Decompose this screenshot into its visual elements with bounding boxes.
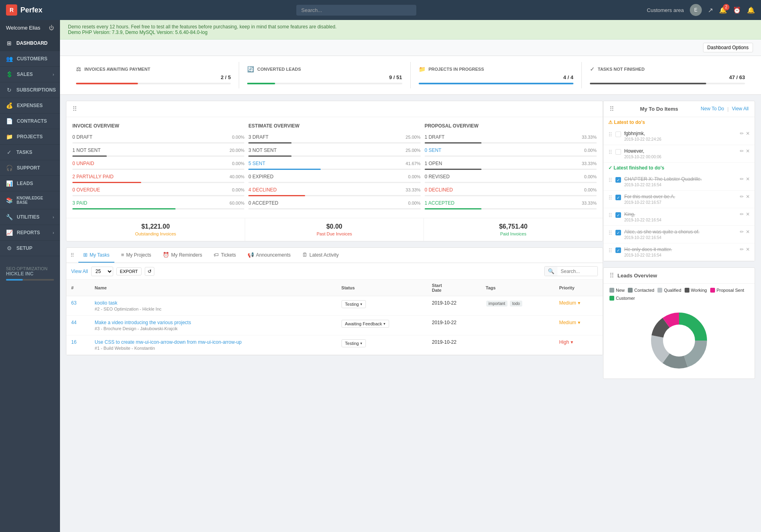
sidebar-item-sales[interactable]: 💲 SALES › — [0, 67, 60, 82]
status-badge[interactable]: Testing ▾ — [342, 339, 366, 347]
search-input[interactable] — [296, 5, 416, 16]
status-badge[interactable]: Testing ▾ — [342, 300, 366, 308]
view-all-link[interactable]: View All — [71, 269, 88, 274]
todo-item-drag[interactable]: ⠿ — [608, 132, 612, 138]
tab-my-tasks[interactable]: ⊞ My Tasks — [78, 248, 114, 263]
tasks-panel: ⠿ ⊞ My Tasks ≡ My Projects ⏰ My Reminder… — [66, 247, 603, 355]
tasks-icon: ✓ — [6, 149, 12, 155]
edit-todo-icon[interactable]: ✏ — [740, 131, 744, 136]
priority-badge[interactable]: High ▾ — [559, 339, 573, 345]
tasks-search-input[interactable] — [557, 267, 597, 276]
export-button[interactable]: EXPORT — [116, 267, 142, 275]
ov-item: 0 ACCEPTED 0.00% — [248, 199, 420, 207]
sidebar-item-support[interactable]: 🎧 SUPPORT — [0, 160, 60, 176]
delete-todo-icon[interactable]: ✕ — [746, 211, 750, 217]
sidebar-item-reports[interactable]: 📈 REPORTS › — [0, 225, 60, 241]
clock-icon[interactable]: ⏰ — [733, 6, 741, 14]
sidebar-item-customers[interactable]: 👥 CUSTOMERS — [0, 51, 60, 67]
todo-checkbox[interactable] — [615, 149, 621, 155]
todo-actions: New To Do | View All — [701, 106, 749, 112]
sidebar-item-label: CUSTOMERS — [17, 56, 47, 62]
sidebar-item-tasks[interactable]: ✓ TASKS — [0, 145, 60, 160]
share-icon[interactable]: ↗ — [708, 6, 713, 14]
delete-todo-icon[interactable]: ✕ — [746, 148, 750, 154]
todo-item-drag[interactable]: ⠿ — [608, 195, 612, 201]
delete-todo-icon[interactable]: ✕ — [746, 229, 750, 235]
delete-todo-icon[interactable]: ✕ — [746, 247, 750, 252]
tasks-drag-handle[interactable]: ⠿ — [70, 252, 74, 258]
col-num: # — [66, 280, 90, 296]
edit-todo-icon[interactable]: ✏ — [740, 194, 744, 199]
edit-todo-icon[interactable]: ✏ — [740, 176, 744, 182]
todo-checkbox[interactable]: ✓ — [615, 212, 621, 218]
edit-todo-icon[interactable]: ✏ — [740, 229, 744, 235]
sidebar-item-knowledge[interactable]: 📚 KNOWLEDGE BASE — [0, 191, 60, 209]
edit-todo-icon[interactable]: ✏ — [740, 148, 744, 154]
edit-todo-icon[interactable]: ✏ — [740, 247, 744, 252]
todo-drag-handle[interactable]: ⠿ — [609, 105, 614, 113]
sidebar-item-subscriptions[interactable]: ↻ SUBSCRIPTIONS — [0, 82, 60, 98]
sidebar-logout-icon[interactable]: ⏻ — [49, 25, 54, 31]
sidebar-item-leads[interactable]: 📊 LEADS — [0, 176, 60, 191]
sidebar-item-label: REPORTS — [17, 230, 40, 235]
edit-todo-icon[interactable]: ✏ — [740, 211, 744, 217]
app-logo[interactable]: R Perfex — [6, 4, 66, 16]
status-text: Testing — [345, 341, 359, 346]
view-all-todo-link[interactable]: View All — [732, 106, 749, 112]
alert-icon[interactable]: 🔔 — [747, 6, 755, 14]
tab-announcements-label: Announcements — [256, 252, 291, 258]
todo-item-drag[interactable]: ⠿ — [608, 247, 612, 254]
todo-item-drag[interactable]: ⠿ — [608, 149, 612, 155]
todo-checkbox[interactable]: ✓ — [615, 177, 621, 183]
leads-drag-handle[interactable]: ⠿ — [609, 272, 614, 279]
delete-todo-icon[interactable]: ✕ — [746, 194, 750, 199]
todo-checkbox[interactable]: ✓ — [615, 247, 621, 253]
left-column: ⠿ INVOICE OVERVIEW 0 DRAFT 0.00% 1 NOT S… — [66, 101, 603, 355]
sidebar-item-contracts[interactable]: 📄 CONTRACTS — [0, 114, 60, 129]
todo-item-actions: ✏ ✕ — [740, 229, 750, 235]
ov-item: 3 DRAFT 25.00% — [248, 133, 420, 141]
tab-latest-activity[interactable]: 🗓 Latest Activity — [298, 248, 344, 263]
todo-item-drag[interactable]: ⠿ — [608, 177, 612, 183]
ov-bar — [248, 169, 420, 170]
proposal-overview: PROPOSAL OVERVIEW 1 DRAFT 33.33% 0 SENT … — [425, 123, 597, 212]
todo-item-drag[interactable]: ⠿ — [608, 230, 612, 236]
tab-my-projects-label: My Projects — [126, 252, 151, 258]
status-badge[interactable]: Awaiting Feedback ▾ — [342, 320, 389, 328]
overview-drag-handle[interactable]: ⠿ — [72, 105, 77, 113]
legend-customer-dot — [609, 296, 614, 301]
todo-checkbox[interactable]: ✓ — [615, 195, 621, 200]
priority-badge[interactable]: Medium ▾ — [559, 320, 580, 325]
priority-badge[interactable]: Medium ▾ — [559, 300, 580, 306]
todo-content: King, 2019-10-22 02:16:54 — [624, 211, 737, 222]
todo-checkbox[interactable]: ✓ — [615, 230, 621, 235]
dashboard-options-button[interactable]: Dashboard Options — [703, 43, 753, 52]
tab-tickets[interactable]: 🏷 Tickets — [209, 248, 241, 263]
task-name-link[interactable]: Use CSS to create mw-ui-icon-arrow-down … — [95, 339, 242, 345]
per-page-select[interactable]: 25 50 100 — [91, 267, 113, 276]
leads-legend: New Contacted Qualified Working — [603, 284, 755, 305]
invoice-overview: INVOICE OVERVIEW 0 DRAFT 0.00% 1 NOT SEN… — [72, 123, 244, 212]
sidebar-item-setup[interactable]: ⚙ SETUP — [0, 241, 60, 256]
tab-my-projects[interactable]: ≡ My Projects — [116, 248, 156, 263]
tab-announcements[interactable]: 📢 Announcements — [243, 248, 296, 263]
seo-section: SEO OPTIMIZATION — [6, 266, 54, 271]
customers-area-link[interactable]: Customers area — [647, 7, 684, 13]
stat-invoices-value: 2 / 5 — [76, 74, 231, 80]
projects-icon: 📁 — [6, 133, 13, 140]
refresh-button[interactable]: ↺ — [145, 267, 154, 276]
avatar[interactable]: E — [690, 4, 702, 16]
tab-my-reminders[interactable]: ⏰ My Reminders — [158, 248, 207, 263]
delete-todo-icon[interactable]: ✕ — [746, 176, 750, 182]
notifications-icon[interactable]: 🔔 2 — [719, 6, 727, 14]
sidebar-item-expenses[interactable]: 💰 EXPENSES — [0, 98, 60, 114]
task-name-link[interactable]: Make a video introducing the various pro… — [95, 320, 191, 325]
new-todo-link[interactable]: New To Do — [701, 106, 724, 112]
sidebar-item-dashboard[interactable]: ⊞ DASHBOARD — [0, 36, 60, 51]
sidebar-item-utilities[interactable]: 🔧 UTILITIES › — [0, 209, 60, 225]
delete-todo-icon[interactable]: ✕ — [746, 131, 750, 136]
todo-checkbox[interactable] — [615, 132, 621, 137]
todo-item-drag[interactable]: ⠿ — [608, 212, 612, 219]
task-name-link[interactable]: koolio task — [95, 300, 118, 306]
sidebar-item-projects[interactable]: 📁 PROJECTS — [0, 129, 60, 145]
